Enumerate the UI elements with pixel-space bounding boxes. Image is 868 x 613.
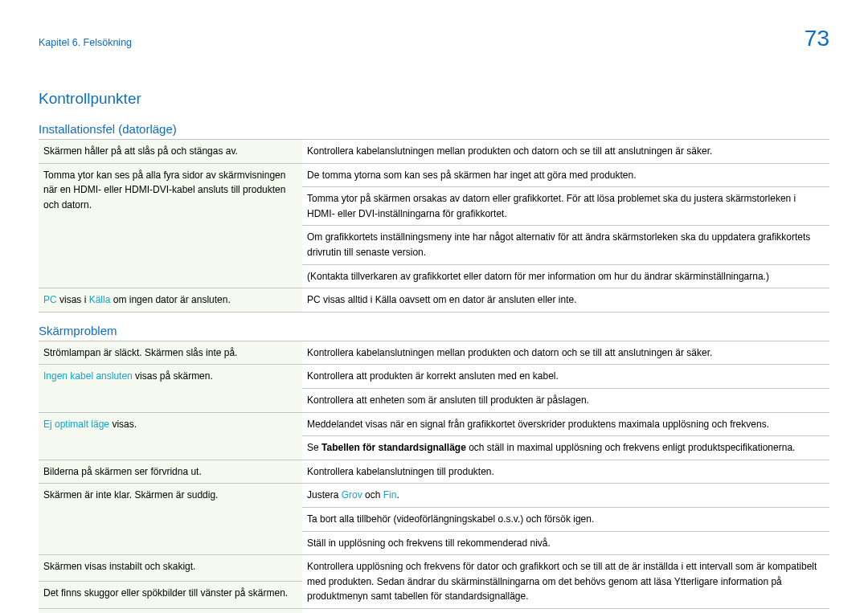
text: . — [396, 489, 399, 501]
solution-cell: Meddelandet visas när en signal från gra… — [302, 412, 829, 436]
table-row: Ej optimalt läge visas. Meddelandet visa… — [39, 412, 829, 436]
accent-text: PC — [43, 294, 57, 305]
solution-cell: PC visas alltid i Källa oavsett om en da… — [302, 288, 829, 313]
text: visas i — [57, 294, 89, 305]
issue-cell: Skärmen visas instabilt och skakigt. — [39, 555, 302, 582]
solution-cell: Ta bort alla tillbehör (videoförlängning… — [302, 507, 829, 531]
solution-cell: Kontrollera kabelanslutningen mellan pro… — [302, 341, 829, 365]
solution-cell: Justera Grov och Fin. — [302, 484, 829, 508]
issue-cell: Strömlampan är släckt. Skärmen slås inte… — [39, 341, 302, 365]
solution-cell: De tomma ytorna som kan ses på skärmen h… — [302, 163, 829, 187]
solution-cell: Kontrollera att produkten är korrekt ans… — [302, 365, 829, 389]
solution-cell: Kontrollera kabelanslutningen till produ… — [302, 460, 829, 484]
chapter-label: Kapitel 6. Felsökning — [39, 37, 132, 48]
solution-cell: Justera Ljusstyrka och Kontrast. — [302, 608, 829, 613]
table-row: Skärmen visas instabilt och skakigt. Kon… — [39, 555, 829, 582]
issue-cell: Tomma ytor kan ses på alla fyra sidor av… — [39, 163, 302, 288]
issue-cell: Ingen kabel ansluten visas på skärmen. — [39, 365, 302, 412]
installation-table: Skärmen håller på att slås på och stänga… — [39, 139, 829, 313]
accent-text: Fin — [383, 489, 397, 501]
accent-text: Grov — [342, 489, 362, 501]
issue-cell: Bilderna på skärmen ser förvridna ut. — [39, 460, 302, 484]
page-title: Kontrollpunkter — [39, 90, 829, 108]
issue-cell: Ej optimalt läge visas. — [39, 412, 302, 460]
screen-table: Strömlampan är släckt. Skärmen slås inte… — [39, 341, 829, 613]
issue-cell: Skärmen är för ljus. Skärmen är för mörk… — [39, 608, 302, 613]
text: visas på skärmen. — [133, 370, 213, 382]
table-row: Skärmen är inte klar. Skärmen är suddig.… — [39, 484, 829, 508]
text: Se — [307, 442, 321, 453]
text: om ingen dator är ansluten. — [110, 294, 230, 305]
text: visas. — [109, 419, 137, 430]
solution-cell: Se Tabellen för standardsignalläge och s… — [302, 436, 829, 460]
solution-cell: Kontrollera kabelanslutningen mellan pro… — [302, 140, 829, 164]
table-row: Tomma ytor kan ses på alla fyra sidor av… — [39, 163, 829, 187]
table-row: Skärmen håller på att slås på och stänga… — [39, 140, 829, 164]
solution-cell: (Kontakta tillverkaren av grafikkortet e… — [302, 264, 829, 288]
accent-text: Ingen kabel ansluten — [43, 370, 133, 382]
bold-text: Tabellen för standardsignalläge — [321, 442, 466, 453]
page-number: 73 — [805, 26, 829, 51]
issue-cell: Det finns skuggor eller spökbilder till … — [39, 582, 302, 608]
issue-cell: Skärmen är inte klar. Skärmen är suddig. — [39, 484, 302, 555]
table-row: Ingen kabel ansluten visas på skärmen. K… — [39, 365, 829, 389]
table-row: PC visas i Källa om ingen dator är anslu… — [39, 288, 829, 313]
section-heading-installation: Installationsfel (datorläge) — [39, 122, 829, 136]
text: och ställ in maximal upplösning och frek… — [466, 442, 796, 453]
page-header: Kapitel 6. Felsökning 73 — [39, 26, 829, 51]
table-row: Skärmen är för ljus. Skärmen är för mörk… — [39, 608, 829, 613]
solution-cell: Kontrollera att enheten som är ansluten … — [302, 388, 829, 412]
text: Justera — [307, 489, 342, 501]
table-row: Bilderna på skärmen ser förvridna ut. Ko… — [39, 460, 829, 484]
solution-cell: Kontrollera upplösning och frekvens för … — [302, 555, 829, 609]
section-heading-screen: Skärmproblem — [39, 324, 829, 337]
accent-text: Ej optimalt läge — [43, 419, 109, 430]
solution-cell: Ställ in upplösning och frekvens till re… — [302, 531, 829, 555]
table-row: Strömlampan är släckt. Skärmen slås inte… — [39, 341, 829, 365]
issue-cell: PC visas i Källa om ingen dator är anslu… — [39, 288, 302, 313]
accent-text: Källa — [89, 294, 111, 305]
text: och — [362, 489, 383, 501]
manual-page: Kapitel 6. Felsökning 73 Kontrollpunkter… — [0, 0, 868, 613]
issue-cell: Skärmen håller på att slås på och stänga… — [39, 140, 302, 164]
solution-cell: Om grafikkortets inställningsmeny inte h… — [302, 226, 829, 264]
solution-cell: Tomma ytor på skärmen orsakas av datorn … — [302, 187, 829, 226]
